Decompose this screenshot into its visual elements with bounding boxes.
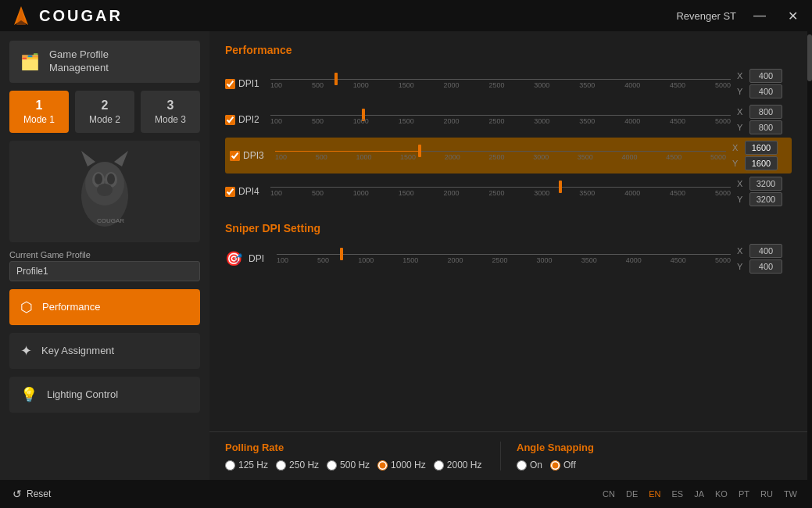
polling-250-radio[interactable] — [276, 460, 286, 470]
polling-2000-label[interactable]: 2000 Hz — [434, 460, 482, 470]
polling-rate-title: Polling Rate — [225, 442, 500, 453]
reset-button[interactable]: ↺ Reset — [13, 488, 51, 500]
dpi2-x-input[interactable] — [749, 105, 782, 119]
angle-on-label[interactable]: On — [517, 460, 542, 470]
polling-500-label[interactable]: 500 Hz — [327, 460, 370, 470]
dpi2-slider[interactable] — [270, 115, 731, 116]
sniper-values: X Y — [737, 244, 792, 274]
angle-snapping-title: Angle Snapping — [517, 442, 792, 453]
minimize-button[interactable]: — — [749, 7, 771, 24]
dpi1-y-row: Y — [737, 84, 792, 98]
dpi4-values: X Y — [737, 177, 792, 206]
polling-2000-radio[interactable] — [434, 460, 444, 470]
nav-lighting-button[interactable]: 💡 Lighting Control — [9, 377, 200, 413]
polling-500-radio[interactable] — [327, 460, 337, 470]
nav-lighting-label: Lighting Control — [47, 388, 118, 400]
dpi4-checkbox[interactable] — [225, 187, 235, 197]
dpi1-y-input[interactable] — [749, 84, 782, 98]
mode-2-button[interactable]: 2 Mode 2 — [75, 91, 134, 133]
content-area: Performance DPI1 10050010001500200025003… — [209, 31, 807, 480]
dpi4-label[interactable]: DPI4 — [225, 186, 264, 197]
reset-label: Reset — [27, 488, 51, 499]
sniper-title: Sniper DPI Setting — [225, 222, 792, 234]
dpi2-x-row: X — [737, 105, 792, 119]
device-name: Revenger ST — [676, 10, 736, 22]
lighting-icon: 💡 — [20, 386, 38, 403]
title-bar-right: Revenger ST — ✕ — [676, 7, 803, 25]
scrollbar-thumb[interactable] — [807, 34, 812, 81]
scrollbar[interactable] — [807, 31, 812, 480]
language-buttons: CN DE EN ES JA KO PT RU TW — [600, 488, 799, 500]
sidebar: 🗂️ Game ProfileManagement 1 Mode 1 2 Mod… — [0, 31, 209, 480]
lang-tw-button[interactable]: TW — [782, 488, 799, 500]
sniper-y-input[interactable] — [749, 259, 782, 274]
current-profile-input[interactable]: Profile1 — [9, 261, 200, 281]
performance-title: Performance — [225, 44, 792, 56]
nav-key-assignment-button[interactable]: ✦ Key Assignment — [9, 333, 200, 369]
lang-de-button[interactable]: DE — [624, 488, 640, 500]
sniper-y-row: Y — [737, 259, 792, 274]
brand-name: COUGAR — [39, 7, 123, 25]
polling-250-label[interactable]: 250 Hz — [276, 460, 319, 470]
dpi1-x-input[interactable] — [749, 69, 782, 83]
dpi2-label[interactable]: DPI2 — [225, 114, 264, 125]
polling-1000-label[interactable]: 1000 Hz — [377, 460, 426, 470]
dpi4-x-input[interactable] — [749, 177, 782, 191]
polling-125-radio[interactable] — [225, 460, 235, 470]
angle-snapping-group: On Off — [517, 460, 792, 470]
svg-text:COUGAR: COUGAR — [97, 217, 124, 224]
dpi3-checkbox[interactable] — [230, 151, 240, 161]
sniper-x-input[interactable] — [749, 244, 782, 258]
svg-point-9 — [107, 174, 115, 184]
content-main: Performance DPI1 10050010001500200025003… — [209, 31, 807, 431]
lang-pt-button[interactable]: PT — [736, 488, 752, 500]
dpi1-checkbox[interactable] — [225, 79, 235, 89]
svg-point-10 — [97, 184, 113, 196]
dpi4-y-input[interactable] — [749, 192, 782, 206]
dpi4-row: DPI4 10050010001500200025003000350040004… — [225, 174, 792, 209]
angle-section: Angle Snapping On Off — [500, 442, 792, 470]
lang-ko-button[interactable]: KO — [713, 488, 730, 500]
polling-section: Polling Rate 125 Hz 250 Hz 500 Hz — [225, 442, 500, 470]
nav-key-assignment-label: Key Assignment — [41, 345, 114, 356]
polling-rate-group: 125 Hz 250 Hz 500 Hz 1000 Hz — [225, 460, 500, 470]
lang-cn-button[interactable]: CN — [600, 488, 617, 500]
mode-1-button[interactable]: 1 Mode 1 — [9, 91, 69, 133]
angle-off-label[interactable]: Off — [550, 460, 576, 470]
dpi3-label[interactable]: DPI3 — [230, 150, 269, 161]
dpi2-checkbox[interactable] — [225, 115, 235, 125]
angle-off-radio[interactable] — [550, 460, 560, 470]
sniper-slider-container: 1005001000150020002500300035004000450050… — [277, 247, 731, 270]
dpi1-row: DPI1 10050010001500200025003000350040004… — [225, 66, 792, 102]
key-assignment-icon: ✦ — [20, 342, 32, 360]
dpi2-y-input[interactable] — [749, 120, 782, 134]
mode-buttons: 1 Mode 1 2 Mode 2 3 Mode 3 — [9, 91, 200, 133]
dpi3-slider[interactable] — [275, 151, 726, 152]
dpi2-row: DPI2 10050010001500200025003000350040004… — [225, 102, 792, 138]
dpi1-label[interactable]: DPI1 — [225, 78, 264, 89]
game-profile-button[interactable]: 🗂️ Game ProfileManagement — [9, 41, 200, 83]
cougar-logo: COUGAR — [9, 4, 123, 27]
dpi1-slider[interactable] — [270, 79, 731, 80]
title-bar: COUGAR Revenger ST — ✕ — [0, 0, 812, 31]
cougar-icon — [9, 4, 33, 27]
sniper-dpi-slider[interactable] — [277, 254, 731, 255]
dpi3-y-input[interactable] — [745, 156, 778, 170]
angle-on-radio[interactable] — [517, 460, 527, 470]
sniper-section: Sniper DPI Setting 🎯 DPI 100500100015002… — [225, 222, 792, 274]
dpi3-x-input[interactable] — [745, 141, 778, 155]
performance-icon: ⬡ — [20, 299, 33, 316]
lang-en-button[interactable]: EN — [646, 488, 663, 500]
polling-1000-radio[interactable] — [377, 460, 388, 470]
dpi1-x-row: X — [737, 69, 792, 83]
lang-ja-button[interactable]: JA — [692, 488, 706, 500]
close-button[interactable]: ✕ — [783, 7, 803, 25]
lang-es-button[interactable]: ES — [670, 488, 686, 500]
game-profile-icon: 🗂️ — [20, 52, 40, 71]
nav-performance-button[interactable]: ⬡ Performance — [9, 289, 200, 325]
dpi4-x-row: X — [737, 177, 792, 191]
dpi4-slider[interactable] — [270, 187, 731, 188]
lang-ru-button[interactable]: RU — [758, 488, 775, 500]
mode-3-button[interactable]: 3 Mode 3 — [141, 91, 200, 133]
polling-125-label[interactable]: 125 Hz — [225, 460, 268, 470]
